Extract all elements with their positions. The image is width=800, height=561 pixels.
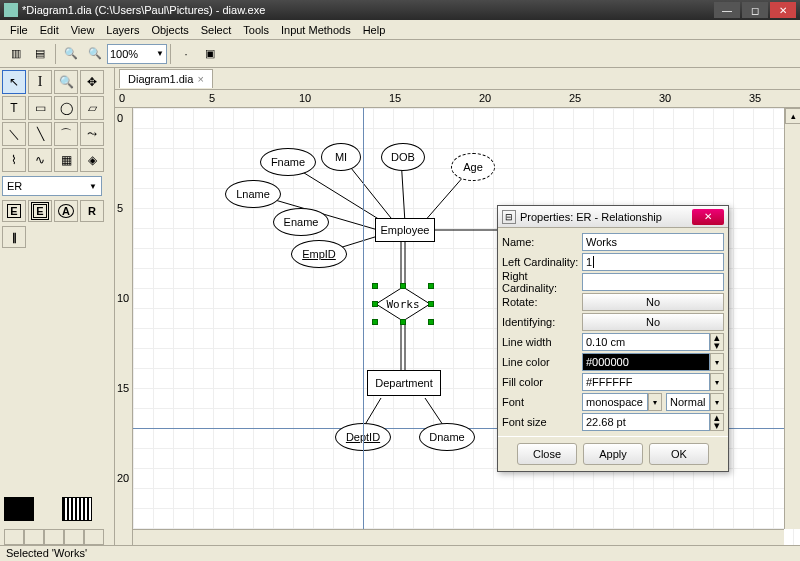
toolbar-button[interactable]: ▤ <box>29 43 51 65</box>
chevron-down-icon: ▼ <box>156 49 164 58</box>
dialog-titlebar[interactable]: ⊟ Properties: ER - Relationship ✕ <box>498 206 728 228</box>
rightcard-input[interactable] <box>582 273 724 291</box>
selection-handle[interactable] <box>428 319 434 325</box>
toolbar-button[interactable]: ▥ <box>5 43 27 65</box>
fillcolor-label: Fill color <box>502 376 582 388</box>
selection-handle[interactable] <box>428 301 434 307</box>
menu-objects[interactable]: Objects <box>145 22 194 38</box>
polyline-tool[interactable]: ⌇ <box>2 148 26 172</box>
image-tool[interactable]: ▦ <box>54 148 78 172</box>
text-tool[interactable]: I <box>28 70 52 94</box>
er-participation-button[interactable]: ‖ <box>2 226 26 248</box>
er-attribute-mi[interactable]: MI <box>321 143 361 171</box>
er-entity-employee[interactable]: Employee <box>375 218 435 242</box>
font-style-value[interactable]: Normal <box>666 393 710 411</box>
er-weak-entity-button[interactable]: E <box>28 200 52 222</box>
font-family-value[interactable]: monospace <box>582 393 648 411</box>
toolbar-button[interactable]: · <box>175 43 197 65</box>
outline-tool[interactable]: ◈ <box>80 148 104 172</box>
horizontal-ruler: 05101520253035 <box>115 90 800 108</box>
arc-tool[interactable]: ⌒ <box>54 122 78 146</box>
fillcolor-value[interactable]: #FFFFFF <box>582 373 710 391</box>
statusbar: Selected 'Works' <box>0 545 800 561</box>
fontsize-spinner[interactable]: ▴▾ <box>710 413 724 431</box>
app-icon <box>4 3 18 17</box>
toolbar-button[interactable]: ▣ <box>199 43 221 65</box>
leftcard-input[interactable]: 1 <box>582 253 724 271</box>
color-wells <box>4 497 92 521</box>
er-entity-department[interactable]: Department <box>367 370 441 396</box>
linecolor-dropdown[interactable]: ▾ <box>710 353 724 371</box>
font-family-dropdown[interactable]: ▾ <box>648 393 662 411</box>
selection-handle[interactable] <box>372 283 378 289</box>
vertical-scrollbar[interactable]: ▴ <box>784 108 800 529</box>
selection-handle[interactable] <box>400 283 406 289</box>
linecolor-value[interactable]: #000000 <box>582 353 710 371</box>
er-entity-button[interactable]: E <box>2 200 26 222</box>
er-attribute-deptid[interactable]: DeptID <box>335 423 391 451</box>
horizontal-scrollbar[interactable] <box>133 529 784 545</box>
maximize-button[interactable]: ◻ <box>742 2 768 18</box>
dialog-close-button[interactable]: ✕ <box>692 209 724 225</box>
line-tool-2[interactable]: ╲ <box>28 122 52 146</box>
text-tool-2[interactable]: T <box>2 96 26 120</box>
er-attribute-button[interactable]: A <box>54 200 78 222</box>
er-attribute-empid[interactable]: EmpID <box>291 240 347 268</box>
menu-layers[interactable]: Layers <box>100 22 145 38</box>
vertical-ruler: 05101520 <box>115 108 133 545</box>
zoom-in-button[interactable]: 🔍 <box>84 43 106 65</box>
fontsize-input[interactable]: 22.68 pt <box>582 413 710 431</box>
fg-bg-swatch[interactable] <box>4 497 34 521</box>
tab-close-icon[interactable]: × <box>197 73 203 85</box>
menu-view[interactable]: View <box>65 22 101 38</box>
apply-button[interactable]: Apply <box>583 443 643 465</box>
box-tool[interactable]: ▭ <box>28 96 52 120</box>
er-attribute-age[interactable]: Age <box>451 153 495 181</box>
er-attribute-fname[interactable]: Fname <box>260 148 316 176</box>
pan-tool[interactable]: ✥ <box>80 70 104 94</box>
selection-handle[interactable] <box>428 283 434 289</box>
zoom-value: 100% <box>110 48 138 60</box>
selection-handle[interactable] <box>372 301 378 307</box>
er-attribute-dname[interactable]: Dname <box>419 423 475 451</box>
menu-input-methods[interactable]: Input Methods <box>275 22 357 38</box>
name-input[interactable]: Works <box>582 233 724 251</box>
dialog-icon: ⊟ <box>502 210 516 224</box>
menu-help[interactable]: Help <box>357 22 392 38</box>
zoom-tool[interactable]: 🔍 <box>54 70 78 94</box>
line-tool[interactable]: ＼ <box>2 122 26 146</box>
zoom-out-button[interactable]: 🔍 <box>60 43 82 65</box>
ok-button[interactable]: OK <box>649 443 709 465</box>
er-attribute-lname[interactable]: Lname <box>225 180 281 208</box>
pattern-swatch[interactable] <box>62 497 92 521</box>
selection-handle[interactable] <box>400 319 406 325</box>
font-style-dropdown[interactable]: ▾ <box>710 393 724 411</box>
close-button[interactable]: ✕ <box>770 2 796 18</box>
scroll-up-button[interactable]: ▴ <box>785 108 800 124</box>
bezier-tool[interactable]: ∿ <box>28 148 52 172</box>
minimize-button[interactable]: — <box>714 2 740 18</box>
menu-file[interactable]: File <box>4 22 34 38</box>
er-attribute-ename[interactable]: Ename <box>273 208 329 236</box>
zigzag-tool[interactable]: ⤳ <box>80 122 104 146</box>
linewidth-spinner[interactable]: ▴▾ <box>710 333 724 351</box>
polygon-tool[interactable]: ▱ <box>80 96 104 120</box>
menu-select[interactable]: Select <box>195 22 238 38</box>
er-attribute-dob[interactable]: DOB <box>381 143 425 171</box>
er-relationship-button[interactable]: R <box>80 200 104 222</box>
ellipse-tool[interactable]: ◯ <box>54 96 78 120</box>
rotate-toggle[interactable]: No <box>582 293 724 311</box>
document-tab[interactable]: Diagram1.dia × <box>119 69 213 88</box>
shapeset-combo[interactable]: ER ▼ <box>2 176 102 196</box>
close-button[interactable]: Close <box>517 443 577 465</box>
menu-edit[interactable]: Edit <box>34 22 65 38</box>
zoom-combo[interactable]: 100%▼ <box>107 44 167 64</box>
identifying-toggle[interactable]: No <box>582 313 724 331</box>
selection-handle[interactable] <box>372 319 378 325</box>
er-relationship-works[interactable]: Works <box>375 286 431 322</box>
pointer-tool[interactable]: ↖ <box>2 70 26 94</box>
fillcolor-dropdown[interactable]: ▾ <box>710 373 724 391</box>
linewidth-picker[interactable] <box>4 529 104 545</box>
linewidth-input[interactable]: 0.10 cm <box>582 333 710 351</box>
menu-tools[interactable]: Tools <box>237 22 275 38</box>
